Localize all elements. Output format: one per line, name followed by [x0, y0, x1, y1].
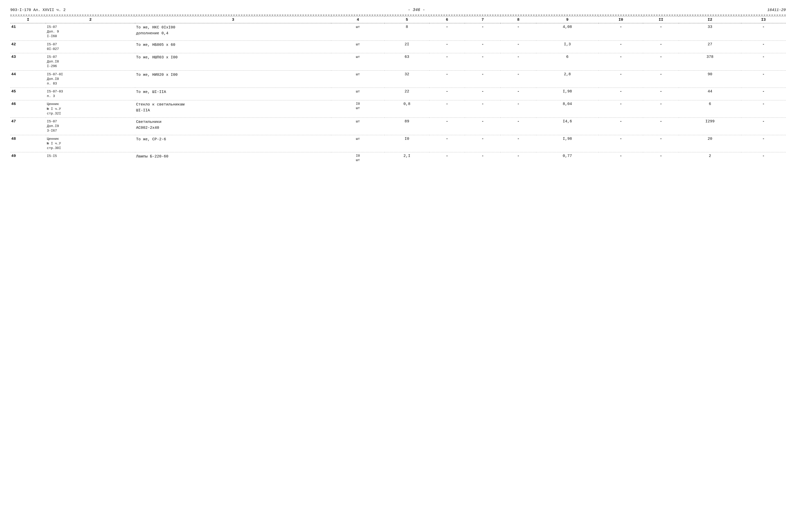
- column-header: 9: [536, 17, 598, 23]
- row-num: 47: [10, 118, 46, 135]
- row-col11: -: [643, 152, 679, 164]
- main-table: I23456789I0III2I3 41I5-07 Доп. 9 I-I60То…: [10, 16, 786, 164]
- row-code: I5-07 Доп.I8 I-296: [46, 53, 135, 71]
- row-num: 45: [10, 88, 46, 100]
- row-col8: -: [501, 88, 536, 100]
- row-code: Ценник № I ч.У стр.30I: [46, 135, 135, 152]
- row-col7: -: [465, 135, 501, 152]
- row-desc: То же, СР-2-6: [135, 135, 331, 152]
- row-col9: I,3: [536, 40, 598, 53]
- row-col12: 2: [679, 152, 741, 164]
- row-num: 44: [10, 71, 46, 88]
- row-col10: -: [599, 23, 643, 41]
- row-col5: I0: [385, 135, 429, 152]
- row-col8: -: [501, 135, 536, 152]
- row-unit: шт: [331, 71, 385, 88]
- table-row: 45I5-07-03 п. 3То же, ШI-IIАшт22---I,98-…: [10, 88, 786, 100]
- row-col6: -: [429, 71, 465, 88]
- row-col9: 6: [536, 53, 598, 71]
- row-col10: -: [599, 118, 643, 135]
- row-col11: -: [643, 88, 679, 100]
- row-desc: То же, НШП03 x I00: [135, 53, 331, 71]
- row-col8: -: [501, 152, 536, 164]
- row-col10: -: [599, 40, 643, 53]
- row-col9: I4,6: [536, 118, 598, 135]
- row-code: Ценник № I ч.У стр.32I: [46, 100, 135, 118]
- row-col9: I,98: [536, 135, 598, 152]
- table-row: 43I5-07 Доп.I8 I-296То же, НШП03 x I00шт…: [10, 53, 786, 71]
- row-unit: шт: [331, 135, 385, 152]
- row-col8: -: [501, 53, 536, 71]
- table-row: 49I5-I5Лампы Б-220-60I0шт2,I---0,77--2-: [10, 152, 786, 164]
- row-code: I5-07-0I Доп.I0 п. 83: [46, 71, 135, 88]
- row-col7: -: [465, 23, 501, 41]
- column-header: I2: [679, 17, 741, 23]
- row-col10: -: [599, 71, 643, 88]
- table-row: 41I5-07 Доп. 9 I-I60То же, НКС 0IхI00 до…: [10, 23, 786, 41]
- row-col6: -: [429, 152, 465, 164]
- column-header: 5: [385, 17, 429, 23]
- row-num: 43: [10, 53, 46, 71]
- row-col10: -: [599, 100, 643, 118]
- table-row: 44I5-07-0I Доп.I0 п. 83То же, НИ020 x I0…: [10, 71, 786, 88]
- row-desc: То же, НИ020 x I00: [135, 71, 331, 88]
- row-desc: Светильники АС002-2х40: [135, 118, 331, 135]
- row-desc: То же, НБ005 x 60: [135, 40, 331, 53]
- row-unit: шт: [331, 23, 385, 41]
- row-col6: -: [429, 88, 465, 100]
- row-col8: -: [501, 23, 536, 41]
- row-col11: -: [643, 53, 679, 71]
- row-unit: I0шт: [331, 152, 385, 164]
- row-col5: 89: [385, 118, 429, 135]
- column-header: I: [10, 17, 46, 23]
- top-divider: [10, 15, 786, 15]
- table-row: 47I5-07 Доп.I9 3-I67Светильники АС002-2х…: [10, 118, 786, 135]
- page-header: 903-I-170 Ал. XXVII ч. 2 - 346 - 16411-2…: [10, 8, 786, 12]
- row-code: I5-07-03 п. 3: [46, 88, 135, 100]
- row-col8: -: [501, 100, 536, 118]
- column-header: 7: [465, 17, 501, 23]
- row-col12: 33: [679, 23, 741, 41]
- row-code: I5-I5: [46, 152, 135, 164]
- row-col13: -: [741, 40, 786, 53]
- row-code: I5-07 0I-027: [46, 40, 135, 53]
- column-header: 3: [135, 17, 331, 23]
- row-col6: -: [429, 53, 465, 71]
- row-desc: То же, НКС 0IхI00 дополнение 0,4: [135, 23, 331, 41]
- row-num: 42: [10, 40, 46, 53]
- row-col5: 32: [385, 71, 429, 88]
- row-col6: -: [429, 135, 465, 152]
- header-left: 903-I-170 Ал. XXVII ч. 2: [10, 8, 66, 12]
- row-col12: 27: [679, 40, 741, 53]
- row-col5: 0,8: [385, 100, 429, 118]
- row-col6: -: [429, 118, 465, 135]
- row-code: I5-07 Доп. 9 I-I60: [46, 23, 135, 41]
- column-header: I3: [741, 17, 786, 23]
- row-col12: I299: [679, 118, 741, 135]
- row-num: 49: [10, 152, 46, 164]
- row-desc: То же, ШI-IIА: [135, 88, 331, 100]
- table-row: 48Ценник № I ч.У стр.30IТо же, СР-2-6штI…: [10, 135, 786, 152]
- column-header: 8: [501, 17, 536, 23]
- row-col7: -: [465, 53, 501, 71]
- row-col12: 378: [679, 53, 741, 71]
- column-header: II: [643, 17, 679, 23]
- row-col11: -: [643, 71, 679, 88]
- row-col13: -: [741, 53, 786, 71]
- row-col5: 63: [385, 53, 429, 71]
- row-col7: -: [465, 71, 501, 88]
- table-row: 46Ценник № I ч.У стр.32IСтекло к светиль…: [10, 100, 786, 118]
- row-col12: 20: [679, 135, 741, 152]
- row-col13: -: [741, 88, 786, 100]
- row-col12: 90: [679, 71, 741, 88]
- row-col13: -: [741, 100, 786, 118]
- row-col6: -: [429, 40, 465, 53]
- row-desc: Стекло к светильникам ШI-IIА: [135, 100, 331, 118]
- row-col5: 2,I: [385, 152, 429, 164]
- row-col5: 22: [385, 88, 429, 100]
- row-col7: -: [465, 118, 501, 135]
- row-col11: -: [643, 118, 679, 135]
- row-unit: шт: [331, 88, 385, 100]
- row-col7: -: [465, 88, 501, 100]
- row-col5: 8: [385, 23, 429, 41]
